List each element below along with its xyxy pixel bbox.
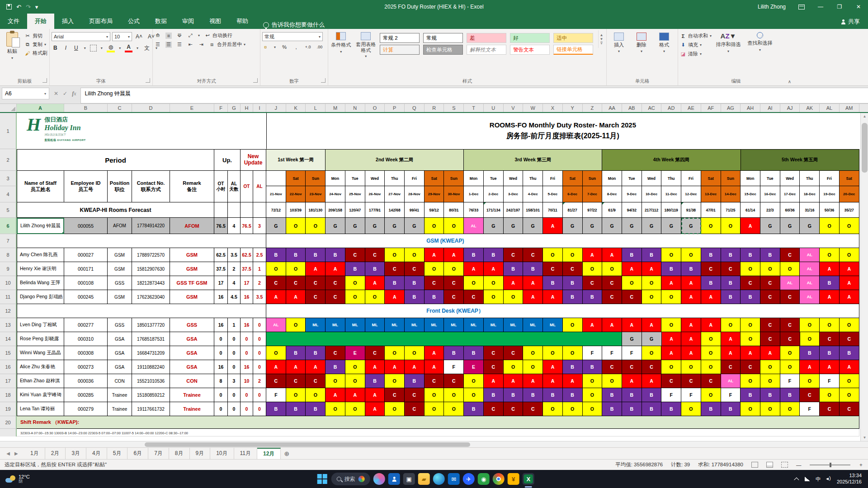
ribbon-tab-文件[interactable]: 文件 — [0, 14, 27, 29]
shift-cell-11-19[interactable]: C — [622, 290, 642, 304]
shift-cell-17-19[interactable]: A — [622, 374, 642, 388]
shift-cell-17-8[interactable]: B — [405, 374, 425, 388]
shift-cell-18-19[interactable]: B — [622, 388, 642, 402]
enter-icon[interactable]: ✓ — [63, 90, 67, 97]
column-header-AJ[interactable]: AJ — [780, 104, 800, 112]
sheet-tab-6月[interactable]: 6月 — [127, 448, 148, 459]
shift-cell-11-23[interactable]: A — [701, 290, 721, 304]
shift-cell-16-16[interactable]: B — [563, 360, 583, 374]
column-header-E[interactable]: E — [170, 104, 214, 112]
shift-cell-8-22[interactable]: O — [681, 248, 701, 262]
shift-cell-17-30[interactable]: O — [840, 374, 859, 388]
merge-center-button[interactable]: ⧈合并后居中▾ — [209, 41, 245, 48]
shift-cell-9-8[interactable]: C — [405, 262, 425, 276]
shift-cell-6-14[interactable]: G — [523, 218, 543, 234]
row-header-8[interactable]: 8 — [0, 248, 17, 262]
name-box[interactable]: A6▾ — [2, 88, 49, 99]
share-button[interactable]: 共享 — [841, 18, 860, 26]
column-header-V[interactable]: V — [504, 104, 524, 112]
font-color-icon[interactable]: A — [125, 43, 132, 52]
shift-cell-17-6[interactable]: B — [365, 374, 385, 388]
start-button[interactable] — [316, 473, 328, 485]
shift-cell-13-19[interactable]: A — [622, 318, 642, 332]
shift-cell-13-27[interactable]: C — [780, 318, 800, 332]
shift-cell-16-29[interactable]: A — [820, 360, 840, 374]
tell-me-box[interactable]: 告诉我你想要做什么 — [256, 21, 332, 29]
shift-cell-17-23[interactable]: C — [701, 374, 721, 388]
page-layout-view-icon[interactable] — [766, 462, 773, 468]
shift-cell-8-21[interactable]: O — [661, 248, 681, 262]
row-header-18[interactable]: 18 — [0, 388, 17, 402]
shift-cell-17-20[interactable]: A — [642, 374, 662, 388]
shift-cell-10-1[interactable]: C — [266, 276, 286, 290]
shift-cell-6-28[interactable]: G — [800, 218, 820, 234]
horizontal-scrollbar[interactable] — [0, 441, 868, 447]
shift-cell-17-1[interactable]: C — [266, 374, 286, 388]
shift-cell-18-3[interactable]: O — [306, 388, 326, 402]
taskbar-search[interactable]: 搜索 — [331, 473, 370, 485]
cell-style-常规 2[interactable]: 常规 2 — [380, 33, 420, 43]
shift-cell-11-27[interactable]: C — [780, 290, 800, 304]
shift-cell-13-5[interactable]: ML — [345, 318, 365, 332]
sheet-tab-4月[interactable]: 4月 — [86, 448, 107, 459]
column-header-L[interactable]: L — [306, 104, 326, 112]
shift-cell-15-16[interactable]: O — [563, 346, 583, 360]
shift-cell-18-24[interactable]: F — [721, 388, 741, 402]
shift-cell-8-16[interactable]: O — [563, 248, 583, 262]
shift-cell-18-4[interactable]: A — [326, 388, 345, 402]
shift-cell-6-1[interactable]: G — [266, 218, 286, 234]
align-middle-icon[interactable]: ≡ — [165, 33, 172, 39]
shift-cell-18-10[interactable]: O — [444, 388, 464, 402]
tray-chevron-icon[interactable] — [794, 477, 799, 482]
shift-cell-8-12[interactable]: B — [484, 248, 504, 262]
row-header-16[interactable]: 16 — [0, 360, 17, 374]
shift-cell-11-6[interactable]: O — [365, 290, 385, 304]
sort-filter-button[interactable]: AZ▼ 排序和筛选▾ — [713, 30, 743, 53]
shift-cell-15-26[interactable]: A — [760, 346, 780, 360]
shift-cell-10-29[interactable]: B — [820, 276, 840, 290]
shift-cell-17-27[interactable]: F — [780, 374, 800, 388]
sheet-tab-10月[interactable]: 10月 — [210, 448, 234, 459]
shift-cell-19-6[interactable]: A — [365, 402, 385, 416]
shift-cell-8-14[interactable]: C — [523, 248, 543, 262]
ime-indicator[interactable]: 中 — [816, 476, 821, 483]
shift-cell-16-3[interactable]: A — [306, 360, 326, 374]
shift-cell-11-5[interactable]: O — [345, 290, 365, 304]
dingtalk-icon[interactable]: ✈ — [463, 473, 475, 485]
shift-cell-19-10[interactable]: O — [444, 402, 464, 416]
decrease-decimal-icon[interactable]: .00 — [316, 44, 323, 50]
finance-app-icon[interactable]: ¥ — [508, 473, 519, 485]
column-header-B[interactable]: B — [64, 104, 108, 112]
shift-cell-6-2[interactable]: O — [286, 218, 306, 234]
shift-cell-15-20[interactable]: O — [642, 346, 662, 360]
shift-cell-19-23[interactable]: B — [701, 402, 721, 416]
column-header-M[interactable]: M — [326, 104, 345, 112]
shift-cell-15-5[interactable]: E — [345, 346, 365, 360]
new-sheet-button[interactable]: ⊕ — [281, 448, 292, 459]
column-header-AG[interactable]: AG — [721, 104, 741, 112]
shift-cell-6-16[interactable]: G — [563, 218, 583, 234]
shift-cell-9-25[interactable]: O — [741, 262, 760, 276]
shift-cell-19-9[interactable]: O — [425, 402, 444, 416]
align-left-icon[interactable]: ☰ — [155, 42, 161, 48]
shift-cell-13-26[interactable]: C — [760, 318, 780, 332]
employee-name[interactable]: Winni Wang 王晶晶 — [17, 346, 64, 360]
shift-cell-13-9[interactable]: ML — [425, 318, 444, 332]
ribbon-tab-数据[interactable]: 数据 — [147, 14, 175, 29]
shift-cell-13-28[interactable]: O — [800, 318, 820, 332]
shift-cell-8-10[interactable]: A — [444, 248, 464, 262]
shift-cell-11-12[interactable]: O — [484, 290, 504, 304]
shift-cell-19-25[interactable]: O — [741, 402, 760, 416]
zoom-in-icon[interactable]: ＋ — [859, 461, 864, 468]
increase-font-icon[interactable]: A˄ — [134, 33, 144, 40]
shift-cell-18-7[interactable]: C — [385, 388, 405, 402]
shift-cell-10-26[interactable]: C — [760, 276, 780, 290]
font-family-select[interactable]: Arial▾ — [52, 32, 110, 41]
cell-style-警告文本[interactable]: 警告文本 — [510, 45, 550, 55]
shift-merged-empty[interactable] — [266, 332, 622, 346]
sheet-tab-7月[interactable]: 7月 — [148, 448, 169, 459]
shift-cell-11-14[interactable]: A — [523, 290, 543, 304]
row-header-11[interactable]: 11 — [0, 290, 17, 304]
shift-cell-15-17[interactable]: F — [583, 346, 603, 360]
restore-button[interactable]: ❐ — [830, 0, 849, 14]
